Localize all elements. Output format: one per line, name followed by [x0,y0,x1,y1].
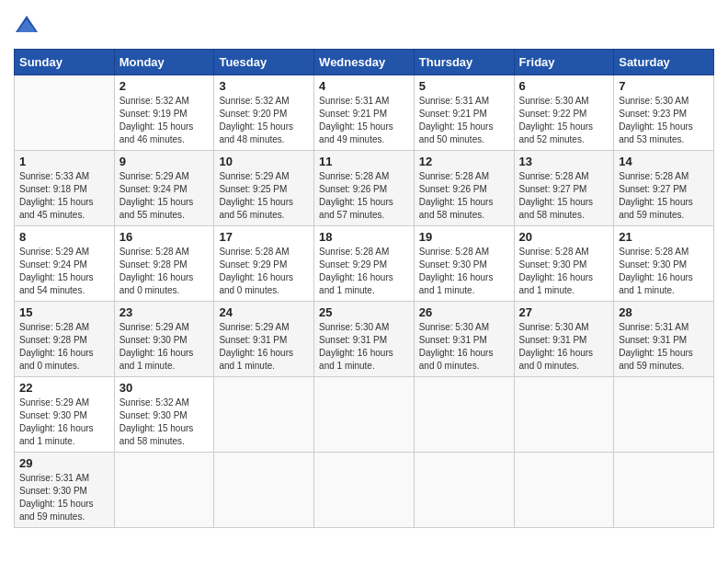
calendar-cell: 24Sunrise: 5:29 AMSunset: 9:31 PMDayligh… [214,302,314,377]
header-day: Thursday [414,50,514,75]
header-day: Monday [114,50,214,75]
header-day: Friday [514,50,614,75]
day-info: Sunrise: 5:32 AMSunset: 9:30 PMDaylight:… [119,396,210,448]
day-number: 11 [319,155,409,168]
calendar-week-row: 8Sunrise: 5:29 AMSunset: 9:24 PMDaylight… [15,226,714,302]
calendar-cell: 19Sunrise: 5:28 AMSunset: 9:30 PMDayligh… [414,226,514,302]
day-info: Sunrise: 5:30 AMSunset: 9:31 PMDaylight:… [519,321,609,373]
day-number: 17 [219,230,309,244]
calendar-cell [414,377,514,453]
day-number: 25 [319,305,409,319]
calendar-cell: 7Sunrise: 5:30 AMSunset: 9:23 PMDaylight… [614,75,714,151]
day-info: Sunrise: 5:28 AMSunset: 9:27 PMDaylight:… [619,170,709,222]
calendar-cell: 6Sunrise: 5:30 AMSunset: 9:22 PMDaylight… [514,75,614,151]
day-info: Sunrise: 5:31 AMSunset: 9:31 PMDaylight:… [619,321,709,373]
day-info: Sunrise: 5:32 AMSunset: 9:20 PMDaylight:… [219,95,309,146]
day-number: 3 [219,79,309,93]
day-number: 10 [219,155,309,168]
day-info: Sunrise: 5:29 AMSunset: 9:30 PMDaylight:… [19,396,109,448]
calendar-cell [214,377,314,453]
day-number: 7 [619,79,709,93]
calendar-week-row: 1Sunrise: 5:33 AMSunset: 9:18 PMDaylight… [15,151,714,226]
day-number: 30 [119,381,210,395]
calendar-cell: 13Sunrise: 5:28 AMSunset: 9:27 PMDayligh… [514,151,614,226]
logo [14,14,43,40]
calendar-cell [614,453,714,528]
calendar-cell: 5Sunrise: 5:31 AMSunset: 9:21 PMDaylight… [414,75,514,151]
day-number: 27 [519,305,609,319]
day-number: 26 [419,305,509,319]
day-info: Sunrise: 5:29 AMSunset: 9:24 PMDaylight:… [19,246,109,297]
calendar-cell: 20Sunrise: 5:28 AMSunset: 9:30 PMDayligh… [514,226,614,302]
calendar-cell: 17Sunrise: 5:28 AMSunset: 9:29 PMDayligh… [214,226,314,302]
header-day: Saturday [614,50,714,75]
day-number: 23 [119,305,210,319]
day-number: 13 [519,155,609,168]
day-number: 29 [19,456,109,470]
calendar-cell: 8Sunrise: 5:29 AMSunset: 9:24 PMDaylight… [15,226,115,302]
day-info: Sunrise: 5:29 AMSunset: 9:24 PMDaylight:… [119,170,210,222]
calendar-cell [414,453,514,528]
calendar-cell: 30Sunrise: 5:32 AMSunset: 9:30 PMDayligh… [114,377,214,453]
day-info: Sunrise: 5:31 AMSunset: 9:21 PMDaylight:… [319,95,409,146]
calendar-body: 2Sunrise: 5:32 AMSunset: 9:19 PMDaylight… [15,75,714,528]
day-info: Sunrise: 5:28 AMSunset: 9:30 PMDaylight:… [519,246,609,297]
day-number: 8 [19,230,109,244]
day-number: 20 [519,230,609,244]
logo-icon [14,14,40,40]
calendar-cell: 28Sunrise: 5:31 AMSunset: 9:31 PMDayligh… [614,302,714,377]
day-number: 15 [19,305,109,319]
calendar-cell: 25Sunrise: 5:30 AMSunset: 9:31 PMDayligh… [314,302,415,377]
calendar-cell [314,453,415,528]
day-number: 1 [19,155,109,168]
day-number: 19 [419,230,509,244]
calendar-cell: 1Sunrise: 5:33 AMSunset: 9:18 PMDaylight… [15,151,115,226]
calendar-cell: 11Sunrise: 5:28 AMSunset: 9:26 PMDayligh… [314,151,415,226]
day-number: 22 [19,381,109,395]
calendar-cell: 22Sunrise: 5:29 AMSunset: 9:30 PMDayligh… [15,377,115,453]
calendar-cell [214,453,314,528]
day-info: Sunrise: 5:29 AMSunset: 9:30 PMDaylight:… [119,321,210,373]
day-number: 6 [519,79,609,93]
day-info: Sunrise: 5:28 AMSunset: 9:27 PMDaylight:… [519,170,609,222]
day-info: Sunrise: 5:31 AMSunset: 9:30 PMDaylight:… [19,472,109,523]
day-info: Sunrise: 5:31 AMSunset: 9:21 PMDaylight:… [419,95,509,146]
header-day: Sunday [15,50,115,75]
calendar-cell [15,75,115,151]
header [14,14,714,40]
calendar-cell: 18Sunrise: 5:28 AMSunset: 9:29 PMDayligh… [314,226,415,302]
calendar-header: SundayMondayTuesdayWednesdayThursdayFrid… [15,50,714,75]
day-info: Sunrise: 5:29 AMSunset: 9:31 PMDaylight:… [219,321,309,373]
calendar-cell: 14Sunrise: 5:28 AMSunset: 9:27 PMDayligh… [614,151,714,226]
calendar-cell [314,377,415,453]
header-day: Wednesday [314,50,415,75]
header-day: Tuesday [214,50,314,75]
day-number: 12 [419,155,509,168]
calendar-week-row: 15Sunrise: 5:28 AMSunset: 9:28 PMDayligh… [15,302,714,377]
day-number: 5 [419,79,509,93]
calendar-week-row: 22Sunrise: 5:29 AMSunset: 9:30 PMDayligh… [15,377,714,453]
day-number: 2 [119,79,210,93]
calendar-cell: 4Sunrise: 5:31 AMSunset: 9:21 PMDaylight… [314,75,415,151]
day-info: Sunrise: 5:28 AMSunset: 9:28 PMDaylight:… [19,321,109,373]
calendar-cell: 29Sunrise: 5:31 AMSunset: 9:30 PMDayligh… [15,453,115,528]
calendar-week-row: 29Sunrise: 5:31 AMSunset: 9:30 PMDayligh… [15,453,714,528]
day-info: Sunrise: 5:28 AMSunset: 9:26 PMDaylight:… [419,170,509,222]
day-number: 14 [619,155,709,168]
calendar-cell [514,453,614,528]
calendar-cell: 9Sunrise: 5:29 AMSunset: 9:24 PMDaylight… [114,151,214,226]
calendar-cell [614,377,714,453]
day-number: 24 [219,305,309,319]
day-info: Sunrise: 5:33 AMSunset: 9:18 PMDaylight:… [19,170,109,222]
day-number: 18 [319,230,409,244]
calendar-cell: 16Sunrise: 5:28 AMSunset: 9:28 PMDayligh… [114,226,214,302]
header-row: SundayMondayTuesdayWednesdayThursdayFrid… [15,50,714,75]
calendar-cell: 12Sunrise: 5:28 AMSunset: 9:26 PMDayligh… [414,151,514,226]
calendar-cell: 21Sunrise: 5:28 AMSunset: 9:30 PMDayligh… [614,226,714,302]
day-number: 4 [319,79,409,93]
calendar-cell [514,377,614,453]
calendar-table: SundayMondayTuesdayWednesdayThursdayFrid… [14,49,714,528]
day-number: 9 [119,155,210,168]
day-info: Sunrise: 5:28 AMSunset: 9:30 PMDaylight:… [419,246,509,297]
day-number: 21 [619,230,709,244]
